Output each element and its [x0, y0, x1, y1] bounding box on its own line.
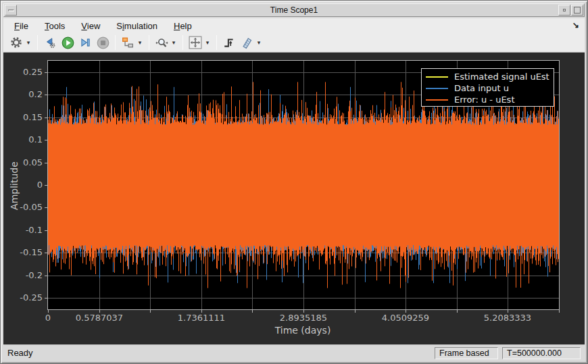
toolbar-separator: [37, 35, 38, 50]
y-tick-label: 0.2: [7, 89, 43, 100]
scope-figure: Amplitude Time (days) Estimated signal u…: [3, 53, 585, 344]
minimize-button[interactable]: [558, 5, 570, 16]
measurements-dropdown-caret[interactable]: ▾: [255, 39, 262, 46]
y-tick: [45, 118, 47, 118]
legend-entry[interactable]: Estimated signal uEst: [422, 71, 554, 82]
settings-dropdown-caret[interactable]: ▾: [25, 39, 32, 46]
menu-view[interactable]: View: [73, 19, 108, 33]
x-tick-label: 5.2083333: [477, 313, 538, 323]
x-tick-label: 2.8935185: [273, 313, 334, 323]
scale-axes-dropdown-caret[interactable]: ▾: [204, 39, 211, 46]
frame-mode-indicator: Frame based: [435, 347, 498, 359]
y-tick-label: -0.15: [7, 247, 43, 258]
y-tick: [45, 230, 47, 231]
step-backward-icon: [44, 36, 56, 49]
legend[interactable]: Estimated signal uEstData input uError: …: [421, 68, 554, 107]
minimize-icon: [563, 9, 566, 11]
toolbar-separator: [149, 35, 149, 50]
toolbar-separator: [216, 35, 217, 50]
scale-axes-button[interactable]: [187, 34, 203, 51]
step-backward-button[interactable]: [42, 34, 58, 51]
maximize-icon: [574, 7, 581, 14]
y-tick: [45, 276, 47, 276]
toolbar-separator: [115, 35, 116, 50]
x-tick: [150, 310, 151, 313]
y-tick: [45, 95, 47, 95]
trigger-button[interactable]: [221, 34, 237, 51]
y-tick: [45, 253, 47, 253]
legend-entry[interactable]: Data input u: [422, 82, 554, 94]
cursor-measurements-button[interactable]: [239, 34, 255, 51]
y-tick-label: -0.05: [7, 202, 43, 213]
y-tick: [45, 185, 47, 186]
stop-button[interactable]: [95, 34, 111, 51]
simulation-time-indicator: T=500000.000: [502, 347, 581, 359]
legend-entry-label: Data input u: [454, 83, 509, 93]
cursor-measurements-icon: [241, 36, 253, 49]
zoom-icon: [155, 36, 168, 49]
toolbar-separator: [182, 35, 183, 50]
highlight-simulink-block-button[interactable]: [120, 34, 136, 51]
y-tick-label: -0.2: [7, 270, 43, 281]
y-tick: [45, 207, 47, 208]
toolbar: ▾: [3, 33, 585, 53]
legend-line-sample: [426, 88, 448, 89]
stop-icon: [97, 36, 109, 49]
window-title: Time Scope1: [4, 5, 584, 15]
highlight-block-dropdown-caret[interactable]: ▾: [137, 39, 143, 46]
legend-line-sample: [426, 76, 448, 78]
y-tick-label: 0.1: [7, 134, 43, 145]
y-tick: [45, 163, 47, 163]
dock-arrow-icon[interactable]: ↘: [572, 20, 579, 30]
menu-simulation[interactable]: Simulation: [108, 19, 166, 33]
statusbar: Ready Frame based T=500000.000: [3, 344, 585, 361]
x-tick-label: 0.5787037: [69, 313, 130, 323]
status-text: Ready: [7, 348, 33, 358]
x-axis-label: Time (days): [178, 325, 428, 336]
legend-entry[interactable]: Error: u - uEst: [422, 94, 554, 105]
menubar: File Tools View Simulation Help ↘: [3, 18, 585, 33]
y-tick-label: -0.1: [7, 225, 43, 236]
menu-tools[interactable]: Tools: [36, 19, 73, 33]
menu-file[interactable]: File: [6, 19, 36, 33]
y-tick-label: 0.05: [7, 157, 43, 168]
run-icon: [62, 36, 74, 49]
settings-gear-icon: [10, 36, 22, 49]
trigger-icon: [223, 36, 235, 49]
menu-help[interactable]: Help: [166, 19, 200, 33]
time-scope-window: Time Scope1 File Tools View Simulation H…: [0, 0, 588, 364]
y-tick: [45, 140, 47, 140]
legend-entry-label: Error: u - uEst: [454, 95, 515, 105]
x-tick-label: 4.0509259: [375, 313, 436, 323]
run-button[interactable]: [59, 34, 76, 51]
legend-entry-label: Estimated signal uEst: [454, 72, 549, 82]
x-tick: [457, 310, 458, 313]
y-tick-label: 0.15: [7, 112, 43, 123]
x-tick: [559, 310, 560, 313]
scale-axes-icon: [189, 36, 202, 49]
x-tick: [252, 310, 253, 313]
y-tick-label: -0.25: [7, 292, 43, 303]
titlebar[interactable]: Time Scope1: [3, 3, 585, 17]
step-forward-icon: [79, 36, 91, 49]
zoom-button[interactable]: [153, 34, 170, 51]
y-tick-label: 0.25: [7, 67, 43, 78]
highlight-simulink-block-icon: [122, 36, 134, 49]
x-tick: [355, 310, 356, 313]
step-forward-button[interactable]: [77, 34, 93, 51]
settings-button[interactable]: [8, 34, 24, 51]
x-tick-label: 1.7361111: [171, 313, 232, 323]
maximize-button[interactable]: [571, 5, 583, 16]
y-tick: [45, 298, 47, 298]
y-tick-label: 0: [7, 180, 43, 190]
legend-line-sample: [426, 99, 448, 101]
zoom-dropdown-caret[interactable]: ▾: [170, 39, 177, 46]
y-tick: [45, 72, 47, 73]
